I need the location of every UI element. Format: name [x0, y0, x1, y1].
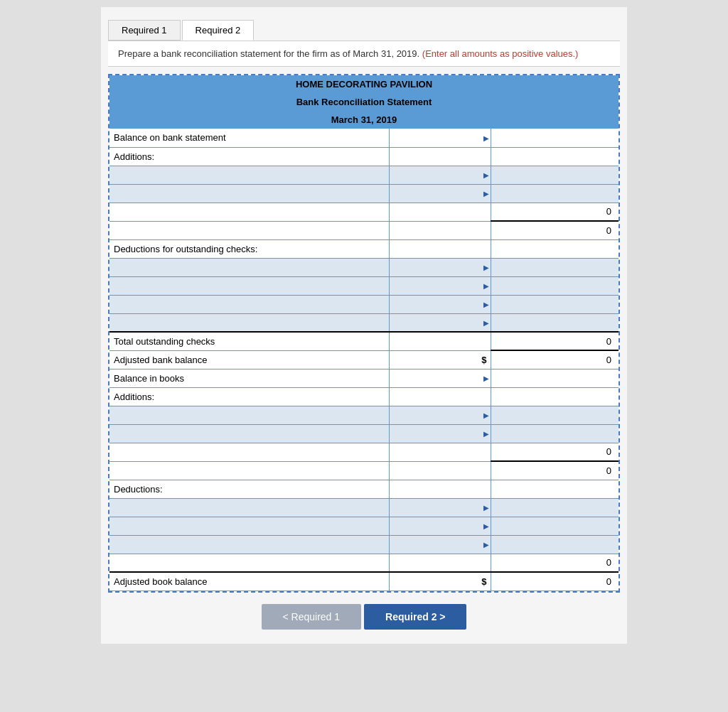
row-addition-subtotal-2	[109, 221, 619, 239]
label-books-additions: Additions:	[109, 387, 390, 406]
input-books-add-sub-2[interactable]	[496, 465, 614, 476]
row-books-add-sub-1	[109, 443, 619, 461]
row-check-2	[109, 276, 619, 295]
dollar-adjusted-bank: $	[481, 355, 486, 365]
row-deduct-3	[109, 535, 619, 554]
input-books-add-mid-1[interactable]	[394, 410, 486, 421]
input-deduct-sub[interactable]	[496, 557, 614, 568]
instruction-text: Prepare a bank reconciliation statement …	[118, 48, 419, 59]
input-addition-label-1[interactable]	[114, 170, 385, 180]
next-button[interactable]: Required 2 >	[364, 604, 466, 630]
tab-bar: Required 1 Required 2	[101, 14, 627, 41]
row-adjusted-book: Adjusted book balance $	[109, 572, 619, 590]
input-check-mid-3[interactable]	[394, 299, 486, 310]
input-check-mid-4[interactable]	[394, 317, 486, 328]
val-balance-bank[interactable]	[491, 129, 619, 147]
row-addition-subtotal-1	[109, 203, 619, 221]
bottom-nav: < Required 1 Required 2 >	[101, 604, 627, 630]
table-date: March 31, 2019	[109, 111, 619, 129]
row-books-add-2	[109, 424, 619, 443]
prev-button[interactable]: < Required 1	[262, 604, 362, 630]
input-deduct-label-3[interactable]	[114, 539, 385, 550]
mid-additions	[390, 147, 491, 166]
input-check-label-4[interactable]	[114, 317, 385, 328]
input-books-add-sub-1[interactable]	[496, 446, 614, 457]
label-adjusted-bank: Adjusted bank balance	[109, 350, 390, 369]
row-check-1	[109, 258, 619, 276]
input-total-checks[interactable]	[496, 336, 614, 347]
label-deductions: Deductions for outstanding checks:	[109, 239, 390, 258]
row-adjusted-bank: Adjusted bank balance $	[109, 350, 619, 369]
input-adjusted-bank[interactable]	[496, 355, 614, 365]
input-check-label-1[interactable]	[114, 262, 385, 273]
input-addition-sub-2[interactable]	[496, 225, 614, 236]
row-additions-label: Additions:	[109, 147, 619, 166]
row-deductions-label: Deductions for outstanding checks:	[109, 239, 619, 258]
tab-required2[interactable]: Required 2	[182, 20, 255, 41]
instructions: Prepare a bank reconciliation statement …	[108, 41, 620, 67]
tab-required1[interactable]: Required 1	[108, 20, 181, 41]
row-books-add-1	[109, 406, 619, 424]
table-subtitle: Bank Reconciliation Statement	[109, 93, 619, 111]
row-total-checks: Total outstanding checks	[109, 332, 619, 350]
dollar-adjusted-book: $	[481, 576, 486, 587]
input-addition-mid-2[interactable]	[394, 188, 486, 199]
mid-balance-bank	[390, 129, 491, 147]
row-deduct-1	[109, 498, 619, 517]
input-deduct-mid-3[interactable]	[394, 539, 486, 550]
input-adjusted-book[interactable]	[496, 576, 614, 587]
label-adjusted-book: Adjusted book balance	[109, 572, 390, 590]
input-addition-label-2[interactable]	[114, 188, 385, 199]
row-books-add-sub-2	[109, 461, 619, 480]
row-deduct-2	[109, 517, 619, 535]
input-deduct-mid-1[interactable]	[394, 502, 486, 513]
input-addition-sub-1[interactable]	[496, 206, 614, 217]
row-deduct-sub	[109, 554, 619, 572]
row-books-deductions-label: Deductions:	[109, 480, 619, 498]
input-books-add-label-1[interactable]	[114, 410, 385, 421]
row-check-3	[109, 295, 619, 313]
instruction-highlight: (Enter all amounts as positive values.)	[422, 48, 579, 59]
label-additions: Additions:	[109, 147, 390, 166]
row-books-additions-label: Additions:	[109, 387, 619, 406]
input-deduct-mid-2[interactable]	[394, 521, 486, 532]
val-additions	[491, 147, 619, 166]
label-balance-bank: Balance on bank statement	[109, 129, 390, 147]
row-addition-1	[109, 166, 619, 184]
input-addition-mid-1[interactable]	[394, 170, 486, 180]
input-deduct-label-1[interactable]	[114, 502, 385, 513]
input-balance-books[interactable]	[496, 373, 614, 384]
input-check-mid-2[interactable]	[394, 281, 486, 291]
row-check-4	[109, 313, 619, 332]
row-balance-books: Balance in books	[109, 369, 619, 387]
table-title: HOME DECORATING PAVILION	[109, 75, 619, 93]
label-books-deductions: Deductions:	[109, 480, 390, 498]
input-books-add-mid-2[interactable]	[394, 428, 486, 439]
input-balance-bank[interactable]	[496, 132, 614, 143]
input-check-label-3[interactable]	[114, 299, 385, 310]
label-total-checks: Total outstanding checks	[109, 332, 390, 350]
label-balance-books: Balance in books	[109, 369, 390, 387]
reconciliation-table: HOME DECORATING PAVILION Bank Reconcilia…	[108, 74, 620, 593]
input-books-add-label-2[interactable]	[114, 428, 385, 439]
row-addition-2	[109, 184, 619, 203]
input-deduct-label-2[interactable]	[114, 521, 385, 532]
row-balance-bank: Balance on bank statement	[109, 129, 619, 147]
input-check-mid-1[interactable]	[394, 262, 486, 273]
input-check-label-2[interactable]	[114, 281, 385, 291]
